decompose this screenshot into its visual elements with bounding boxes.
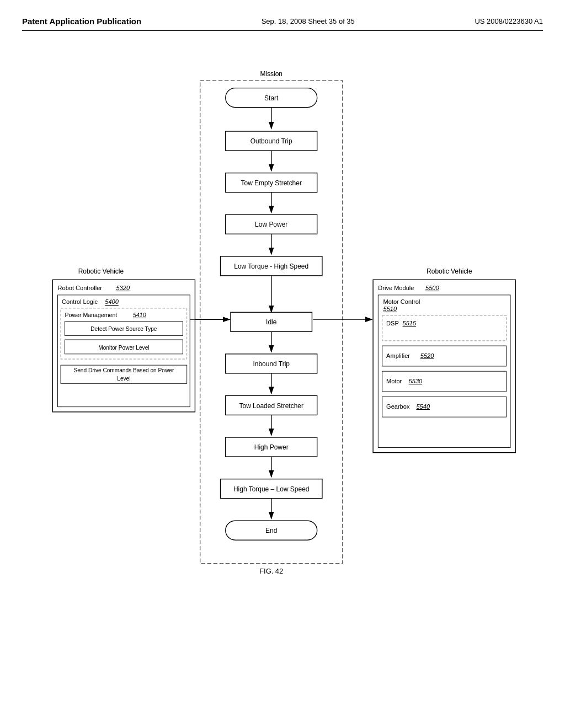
robot-controller-label: Robot Controller bbox=[58, 285, 103, 291]
amplifier-label: Amplifier bbox=[386, 352, 410, 359]
diagram-area: Mission Start Outbound Trip Tow Empty St… bbox=[22, 36, 543, 643]
header-right: US 2008/0223630 A1 bbox=[475, 17, 543, 25]
tow-loaded-node: Tow Loaded Stretcher bbox=[239, 402, 303, 410]
motor-ref: 5530 bbox=[409, 378, 423, 384]
dsp-ref: 5515 bbox=[403, 320, 417, 326]
send-drive-label-2: Level bbox=[117, 376, 130, 382]
outbound-trip-node: Outbound Trip bbox=[250, 137, 292, 145]
page: Patent Application Publication Sep. 18, … bbox=[0, 0, 565, 728]
power-management-label: Power Management bbox=[65, 312, 117, 318]
send-drive-label-1: Send Drive Commands Based on Power bbox=[73, 367, 174, 373]
motor-control-label: Motor Control bbox=[383, 298, 420, 305]
robot-controller-ref: 5320 bbox=[116, 285, 130, 291]
control-logic-ref: 5400 bbox=[105, 298, 119, 305]
drive-module-ref: 5500 bbox=[425, 285, 439, 291]
idle-node: Idle bbox=[266, 318, 277, 326]
end-node: End bbox=[265, 527, 277, 534]
control-logic-label: Control Logic bbox=[62, 298, 98, 305]
header-center: Sep. 18, 2008 Sheet 35 of 35 bbox=[262, 17, 355, 25]
inbound-trip-node: Inbound Trip bbox=[253, 360, 290, 368]
header-left: Patent Application Publication bbox=[22, 17, 141, 26]
monitor-power-label: Monitor Power Level bbox=[98, 345, 149, 351]
svg-rect-33 bbox=[382, 315, 507, 341]
left-robotic-vehicle-label: Robotic Vehicle bbox=[78, 267, 124, 275]
amplifier-ref: 5520 bbox=[420, 352, 434, 359]
motor-control-ref: 5510 bbox=[383, 306, 397, 312]
drive-module-label: Drive Module bbox=[378, 285, 414, 291]
right-robotic-vehicle-label: Robotic Vehicle bbox=[427, 267, 472, 275]
diagram-svg: Mission Start Outbound Trip Tow Empty St… bbox=[22, 36, 543, 643]
figure-caption: FIG. 42 bbox=[259, 567, 283, 575]
power-management-ref: 5410 bbox=[133, 312, 146, 318]
mission-label: Mission bbox=[260, 70, 282, 78]
high-power-node: High Power bbox=[254, 443, 289, 451]
dsp-label: DSP bbox=[386, 320, 399, 326]
gearbox-ref: 5540 bbox=[416, 403, 430, 410]
low-torque-node: Low Torque - High Speed bbox=[234, 263, 308, 270]
tow-empty-node: Tow Empty Stretcher bbox=[241, 179, 302, 187]
start-node: Start bbox=[264, 94, 279, 102]
gearbox-label: Gearbox bbox=[386, 403, 410, 410]
page-header: Patent Application Publication Sep. 18, … bbox=[22, 17, 543, 31]
detect-power-label: Detect Power Source Type bbox=[90, 326, 157, 332]
high-torque-node: High Torque – Low Speed bbox=[233, 485, 310, 493]
low-power-node: Low Power bbox=[255, 221, 287, 228]
motor-label: Motor bbox=[386, 378, 402, 384]
